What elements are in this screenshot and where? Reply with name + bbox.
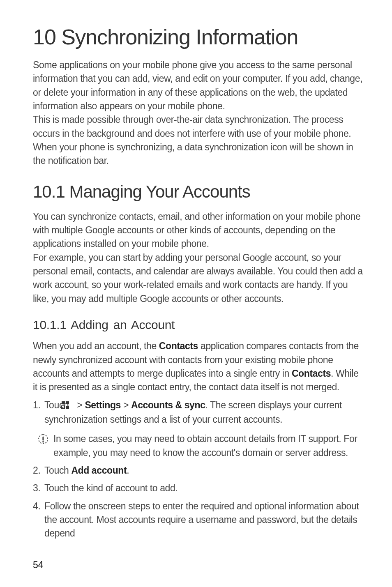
svg-rect-3 [66, 406, 69, 409]
intro-paragraph-1: Some applications on your mobile phone g… [33, 58, 363, 113]
step-4: 4.Follow the onscreen steps to enter the… [33, 500, 363, 541]
section-paragraph-1: You can synchronize contacts, email, and… [33, 210, 363, 251]
section-paragraph-2: For example, you can start by adding you… [33, 251, 363, 306]
step-2: 2.Touch Add account. [33, 464, 363, 477]
chapter-title: 10 Synchronizing Information [33, 25, 363, 49]
subsection-title: 10.1.1 Adding an Account [33, 318, 363, 332]
step-3: 3.Touch the kind of account to add. [33, 481, 363, 495]
section-title: 10.1 Managing Your Accounts [33, 182, 363, 202]
svg-rect-2 [62, 406, 65, 409]
note-text: In some cases, you may need to obtain ac… [53, 432, 363, 460]
svg-point-5 [42, 441, 44, 443]
info-icon [33, 432, 53, 444]
svg-rect-4 [42, 437, 44, 441]
svg-rect-1 [66, 401, 69, 404]
svg-rect-0 [62, 401, 65, 404]
page-number: 54 [33, 559, 43, 571]
steps-list-continued: 2.Touch Add account. 3.Touch the kind of… [33, 464, 363, 541]
intro-paragraph-2: This is made possible through over-the-a… [33, 113, 363, 168]
step-1: 1.Touch > Settings > Accounts & sync. Th… [33, 398, 363, 427]
subsection-paragraph: When you add an account, the Contacts ap… [33, 339, 363, 394]
steps-list: 1.Touch > Settings > Accounts & sync. Th… [33, 398, 363, 427]
note-callout: In some cases, you may need to obtain ac… [33, 432, 363, 460]
